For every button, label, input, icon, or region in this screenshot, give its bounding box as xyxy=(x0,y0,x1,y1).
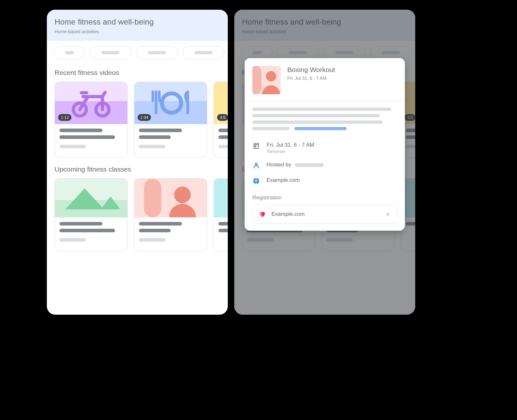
heart-icon xyxy=(258,210,266,218)
svg-point-7 xyxy=(174,186,191,203)
info-row-website[interactable]: Example.com xyxy=(252,173,397,189)
registration-label: Registration xyxy=(245,191,405,205)
person-icon xyxy=(134,179,207,217)
phone-right: Home fitness and well-being Home-based a… xyxy=(234,10,415,315)
event-datetime-relative: Tomorrow xyxy=(267,149,314,154)
info-row-datetime: Fri, Jul 31, 6 - 7 AM Tomorrow xyxy=(252,138,397,158)
event-title: Boxing Workout xyxy=(287,66,335,74)
svg-rect-8 xyxy=(252,66,261,94)
page-subtitle: Home-based activities xyxy=(55,29,220,34)
meal-icon xyxy=(146,89,195,118)
landscape-icon xyxy=(59,182,123,214)
duration-badge: 1:12 xyxy=(58,114,71,121)
phone-left: Home fitness and well-being Home-based a… xyxy=(47,10,228,315)
class-card[interactable] xyxy=(134,178,207,251)
host-name-placeholder xyxy=(295,163,324,167)
section-title-upcoming: Upcoming fitness classes xyxy=(47,158,228,178)
event-avatar xyxy=(252,66,281,94)
filter-chip[interactable] xyxy=(136,46,178,59)
video-card[interactable]: 3:5 xyxy=(214,82,228,158)
filter-chip-row xyxy=(47,40,228,61)
filter-chip[interactable] xyxy=(54,46,85,59)
duration-badge: 3:5 xyxy=(217,114,228,121)
registration-link[interactable]: Example.com xyxy=(252,205,397,224)
event-when: Fri, Jul 31, 6 - 7 AM xyxy=(287,76,335,81)
page-header: Home fitness and well-being Home-based a… xyxy=(47,10,228,40)
video-card[interactable]: 1:12 xyxy=(55,82,128,158)
svg-rect-6 xyxy=(144,179,162,217)
registration-site: Example.com xyxy=(271,211,379,217)
event-site: Example.com xyxy=(267,177,300,184)
svg-marker-5 xyxy=(101,196,120,209)
section-title-recent: Recent fitness videos xyxy=(47,61,228,82)
filter-chip[interactable] xyxy=(90,46,132,59)
class-card[interactable] xyxy=(55,178,128,251)
filter-chip[interactable] xyxy=(183,46,225,59)
person-icon xyxy=(252,162,260,169)
event-detail-modal: Boxing Workout Fri, Jul 31, 6 - 7 AM xyxy=(245,58,405,231)
upcoming-classes-row xyxy=(47,178,228,251)
svg-point-9 xyxy=(266,71,276,81)
svg-point-3 xyxy=(162,93,181,113)
svg-point-10 xyxy=(255,163,257,165)
event-description xyxy=(245,101,405,135)
svg-rect-2 xyxy=(80,91,88,94)
info-row-host: Hosted by xyxy=(252,158,397,173)
chevron-right-icon xyxy=(385,211,391,217)
video-card[interactable]: 2:34 xyxy=(134,82,207,158)
hosted-by-label: Hosted by xyxy=(267,162,291,168)
page-title: Home fitness and well-being xyxy=(55,17,220,26)
globe-icon xyxy=(252,177,260,185)
svg-marker-4 xyxy=(65,188,104,209)
bike-icon xyxy=(70,89,112,118)
recent-videos-row: 1:12 2:34 xyxy=(47,82,228,158)
duration-badge: 2:34 xyxy=(138,114,151,121)
class-card[interactable] xyxy=(214,178,228,251)
event-datetime: Fri, Jul 31, 6 - 7 AM xyxy=(267,142,314,148)
calendar-icon xyxy=(252,142,260,150)
